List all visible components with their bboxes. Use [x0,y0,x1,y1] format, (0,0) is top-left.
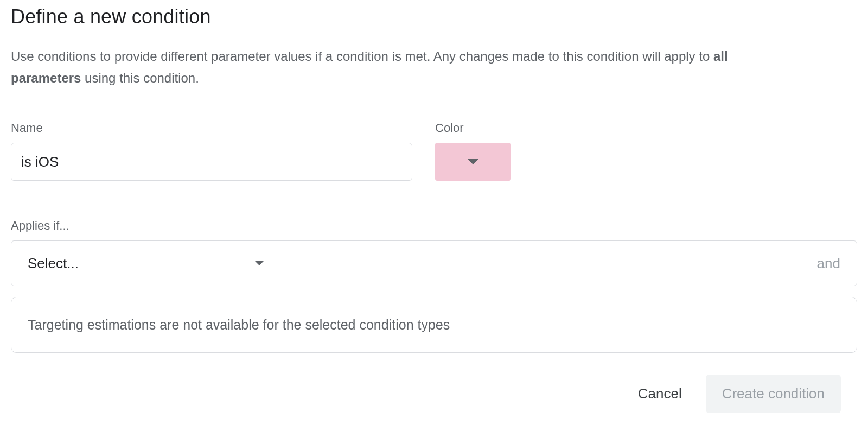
cancel-button[interactable]: Cancel [630,377,690,411]
condition-value-area[interactable] [280,241,801,286]
name-group: Name [11,121,412,181]
condition-type-select[interactable]: Select... [11,241,280,286]
description-part1: Use conditions to provide different para… [11,49,713,64]
chevron-down-icon [255,261,264,265]
page-title: Define a new condition [11,5,857,28]
description-part2: using this condition. [81,71,199,85]
create-condition-button[interactable]: Create condition [706,375,841,413]
and-operator-text: and [801,241,857,286]
button-row: Cancel Create condition [11,375,857,413]
color-group: Color [435,121,511,181]
name-input[interactable] [11,143,412,181]
color-select[interactable] [435,143,511,181]
select-placeholder-text: Select... [28,255,79,272]
chevron-down-icon [468,159,478,164]
applies-row: Select... and [11,240,857,286]
applies-if-label: Applies if... [11,219,857,233]
description-text: Use conditions to provide different para… [11,46,743,88]
targeting-info-box: Targeting estimations are not available … [11,297,857,353]
applies-section: Applies if... Select... and Targeting es… [11,219,857,353]
name-label: Name [11,121,412,135]
form-row: Name Color [11,121,857,181]
color-label: Color [435,121,511,135]
